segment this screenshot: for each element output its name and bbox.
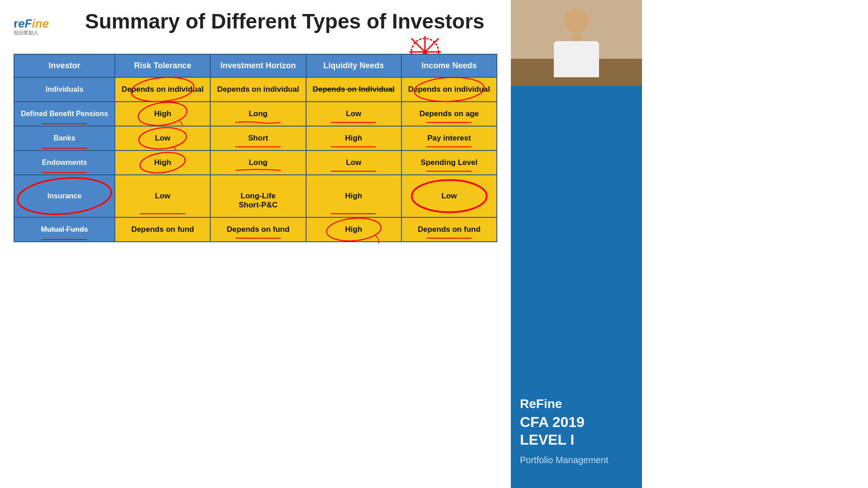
- cell-liquidity-individuals: Depends on Individual: [306, 77, 401, 102]
- cell-investor-mutualfunds: Mutual Funds: [14, 217, 115, 242]
- logo-mark: reFine: [14, 18, 49, 29]
- person-head: [564, 9, 589, 33]
- col-header-liquidity: Liquidity Needs: [306, 54, 401, 77]
- sidebar-branding: ReFine CFA 2019 LEVEL I Portfolio Manage…: [520, 397, 633, 465]
- col-header-horizon: Investment Horizon: [210, 54, 306, 77]
- cell-income-individuals: Depends on individual: [401, 77, 497, 102]
- person-shirt: [554, 41, 599, 77]
- header-section: reFine 知识奖励人 Summary of Different Types …: [14, 9, 497, 45]
- cell-risk-individuals: Depends on individual: [115, 77, 210, 102]
- table-row: Mutual Funds Depends on fund Depends on …: [14, 217, 497, 242]
- webcam-area: [511, 0, 642, 86]
- cell-risk-endowments: High: [115, 150, 210, 175]
- cell-horizon-individuals: Depends on individual: [210, 77, 306, 102]
- cell-liquidity-mutualfunds: High: [306, 217, 401, 242]
- person-figure: [554, 9, 599, 77]
- logo-container: reFine 知识奖励人: [14, 18, 49, 36]
- cell-horizon-endowments: Long: [210, 150, 306, 175]
- cell-income-banks: Pay interest: [401, 126, 497, 150]
- col-header-risk: Risk Tolerance: [115, 54, 210, 77]
- cell-investor-individuals: Individuals: [14, 77, 115, 102]
- table-row: Insurance Low Long-Life Short-P&C: [14, 175, 497, 217]
- logo-f: F: [25, 17, 32, 30]
- col-header-income: Income Needs: [401, 54, 497, 77]
- cell-income-endowments: Spending Level: [401, 150, 497, 175]
- cell-investor-insurance: Insurance: [14, 175, 115, 217]
- table-container: Investor Risk Tolerance Investment Horiz…: [14, 54, 497, 242]
- logo-ine: ine: [32, 17, 49, 30]
- table-row: Banks Low Short: [14, 126, 497, 150]
- table-row: Endowments High Long: [14, 150, 497, 175]
- cell-risk-insurance: Low: [115, 175, 210, 217]
- table-row: Individuals Depends on individual Depend…: [14, 77, 497, 102]
- cell-horizon-insurance: Long-Life Short-P&C: [210, 175, 306, 217]
- cell-horizon-banks: Short: [210, 126, 306, 150]
- right-sidebar: ReFine CFA 2019 LEVEL I Portfolio Manage…: [511, 0, 642, 488]
- table-header-row: Investor Risk Tolerance Investment Horiz…: [14, 54, 497, 77]
- logo-chinese: 知识奖励人: [14, 29, 49, 36]
- person-neck: [572, 34, 581, 41]
- page-title: Summary of Different Types of Investors: [85, 9, 485, 33]
- investor-table: Investor Risk Tolerance Investment Horiz…: [14, 54, 497, 242]
- cell-risk-dbp: High: [115, 102, 210, 126]
- cell-income-mutualfunds: Depends on fund: [401, 217, 497, 242]
- sidebar-course-label: CFA 2019 LEVEL I: [520, 413, 633, 448]
- sidebar-topic-label: Portfolio Management: [520, 455, 633, 465]
- cell-income-insurance: Low: [401, 175, 497, 217]
- cell-risk-mutualfunds: Depends on fund: [115, 217, 210, 242]
- webcam-feed: [511, 0, 642, 86]
- cell-liquidity-endowments: Low: [306, 150, 401, 175]
- cell-liquidity-banks: High: [306, 126, 401, 150]
- cell-investor-dbp: Defined Benefit Pensions: [14, 102, 115, 126]
- cell-liquidity-insurance: High: [306, 175, 401, 217]
- cell-income-dbp: Depends on age: [401, 102, 497, 126]
- logo-e: e: [18, 17, 24, 30]
- cell-liquidity-dbp: Low: [306, 102, 401, 126]
- cell-horizon-mutualfunds: Depends on fund: [210, 217, 306, 242]
- cell-investor-banks: Banks: [14, 126, 115, 150]
- table-row: Defined Benefit Pensions High Long: [14, 102, 497, 126]
- cell-horizon-dbp: Long: [210, 102, 306, 126]
- cell-risk-banks: Low: [115, 126, 210, 150]
- cell-investor-endowments: Endowments: [14, 150, 115, 175]
- logo-r: r: [14, 17, 18, 30]
- col-header-investor: Investor: [14, 54, 115, 77]
- sidebar-brand-label: ReFine: [520, 397, 633, 411]
